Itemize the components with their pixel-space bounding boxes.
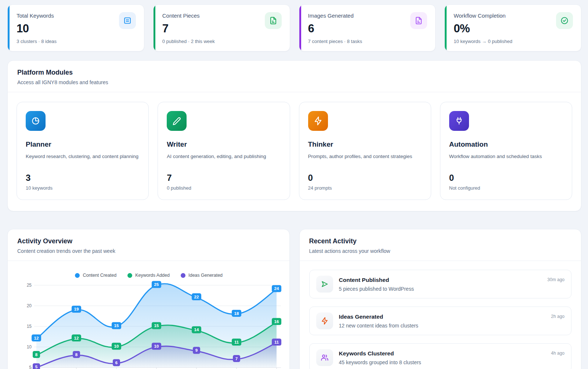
stat-value: 0%: [454, 22, 573, 35]
stat-value: 6: [308, 22, 428, 35]
section-subtitle: Access all IGNY8 modules and features: [17, 79, 571, 85]
module-subtext: Not configured: [449, 185, 563, 191]
activity-line-chart: 510152025MonTueWedThuFriSatSun1219152522…: [15, 280, 282, 369]
module-value: 0: [308, 173, 422, 183]
file-text-icon: [265, 12, 282, 29]
svg-text:5: 5: [35, 365, 38, 369]
svg-text:8: 8: [35, 352, 38, 357]
svg-text:10: 10: [154, 344, 159, 348]
legend-label: Keywords Added: [135, 273, 170, 278]
plug-icon: [449, 111, 469, 131]
module-name: Writer: [167, 140, 281, 148]
activity-timestamp: 30m ago: [547, 277, 564, 282]
module-card-writer[interactable]: Writer AI content generation, editing, a…: [158, 102, 290, 200]
file-text-icon: [410, 12, 427, 29]
module-subtext: 0 published: [167, 185, 281, 191]
section-title: Platform Modules: [17, 69, 571, 76]
activity-title: Ideas Generated: [339, 314, 418, 320]
svg-text:7: 7: [235, 357, 238, 361]
legend-item-ideas-generated[interactable]: Ideas Generated: [181, 273, 223, 278]
svg-text:19: 19: [74, 307, 79, 311]
activity-title: Content Published: [339, 277, 414, 283]
stat-title: Workflow Completion: [454, 12, 573, 19]
activity-list: Content Published 5 pieces published to …: [300, 261, 581, 369]
stat-title: Total Keywords: [17, 12, 136, 19]
svg-text:16: 16: [274, 319, 279, 324]
chart-legend: Content Created Keywords Added Ideas Gen…: [15, 273, 283, 278]
accent-stripe: [8, 5, 10, 51]
activity-subtext: 12 new content ideas from clusters: [339, 323, 418, 329]
stat-value: 10: [17, 22, 136, 35]
accent-stripe: [154, 5, 155, 51]
svg-text:22: 22: [194, 295, 199, 299]
legend-dot: [181, 273, 185, 278]
stat-subtext: 3 clusters · 8 ideas: [17, 39, 136, 44]
activity-subtext: 45 keywords grouped into 8 clusters: [339, 359, 421, 365]
dashboard-page: Total Keywords 10 3 clusters · 8 ideas C…: [0, 0, 588, 369]
stat-title: Content Pieces: [162, 12, 282, 19]
activity-timestamp: 4h ago: [551, 351, 564, 356]
stat-title: Images Generated: [308, 12, 428, 19]
stat-card-images-generated: Images Generated 6 7 content pieces · 8 …: [299, 4, 436, 51]
accent-stripe: [299, 5, 301, 51]
svg-text:25: 25: [154, 282, 159, 287]
svg-text:8: 8: [75, 352, 78, 357]
legend-dot: [75, 273, 80, 278]
svg-text:11: 11: [274, 340, 279, 344]
activity-item-keywords-clustered: Keywords Clustered 45 keywords grouped i…: [309, 343, 572, 369]
activity-item-text: Content Published 5 pieces published to …: [339, 276, 414, 292]
activity-item-content-published: Content Published 5 pieces published to …: [309, 270, 572, 298]
stat-subtext: 0 published · 2 this week: [162, 39, 282, 44]
list-icon: [119, 12, 136, 29]
bottom-row: Activity Overview Content creation trend…: [7, 220, 581, 369]
stat-value: 7: [162, 22, 282, 35]
stats-row: Total Keywords 10 3 clusters · 8 ideas C…: [7, 4, 581, 51]
legend-label: Content Created: [83, 273, 116, 278]
legend-item-keywords-added[interactable]: Keywords Added: [127, 273, 170, 278]
zap-icon: [308, 111, 328, 131]
module-name: Automation: [449, 140, 563, 148]
module-name: Planner: [26, 140, 140, 148]
svg-text:9: 9: [195, 348, 198, 352]
accent-stripe: [445, 5, 447, 51]
module-description: AI content generation, editing, and publ…: [167, 153, 281, 168]
activity-timestamp: 2h ago: [551, 314, 564, 319]
stat-card-workflow-completion: Workflow Completion 0% 10 keywords → 0 p…: [444, 4, 581, 51]
section-title: Recent Activity: [309, 237, 572, 245]
svg-text:5: 5: [29, 365, 32, 369]
module-card-planner[interactable]: Planner Keyword research, clustering, an…: [17, 102, 149, 200]
svg-text:10: 10: [114, 344, 119, 348]
pie-chart-icon: [26, 111, 46, 131]
svg-text:25: 25: [27, 283, 32, 288]
activity-overview-header: Activity Overview Content creation trend…: [8, 229, 289, 261]
users-icon: [316, 349, 333, 366]
svg-text:15: 15: [27, 324, 32, 329]
platform-modules-header: Platform Modules Access all IGNY8 module…: [8, 61, 581, 92]
send-icon: [316, 276, 333, 293]
module-description: Workflow automation and scheduled tasks: [449, 153, 563, 168]
svg-text:15: 15: [114, 323, 119, 328]
legend-item-content-created[interactable]: Content Created: [75, 273, 116, 278]
svg-text:10: 10: [27, 344, 32, 350]
svg-text:12: 12: [74, 336, 79, 340]
svg-text:18: 18: [234, 311, 239, 316]
activity-subtext: 5 pieces published to WordPress: [339, 286, 414, 292]
section-title: Activity Overview: [17, 237, 280, 245]
legend-label: Ideas Generated: [188, 273, 223, 278]
module-description: Prompts, author profiles, and content st…: [308, 153, 422, 168]
module-subtext: 10 keywords: [26, 185, 140, 191]
module-name: Thinker: [308, 140, 422, 148]
check-circle-icon: [556, 12, 573, 29]
module-value: 0: [449, 173, 563, 183]
module-card-automation[interactable]: Automation Workflow automation and sched…: [440, 102, 572, 200]
module-card-thinker[interactable]: Thinker Prompts, author profiles, and co…: [299, 102, 431, 200]
stat-card-total-keywords: Total Keywords 10 3 clusters · 8 ideas: [7, 4, 144, 51]
svg-text:20: 20: [27, 303, 32, 308]
stat-subtext: 7 content pieces · 8 tasks: [308, 39, 428, 44]
legend-dot: [127, 273, 132, 278]
activity-title: Keywords Clustered: [339, 350, 421, 357]
module-subtext: 24 prompts: [308, 185, 422, 191]
svg-text:15: 15: [154, 323, 159, 328]
modules-grid: Planner Keyword research, clustering, an…: [8, 92, 581, 211]
stat-subtext: 10 keywords → 0 published: [454, 39, 573, 44]
